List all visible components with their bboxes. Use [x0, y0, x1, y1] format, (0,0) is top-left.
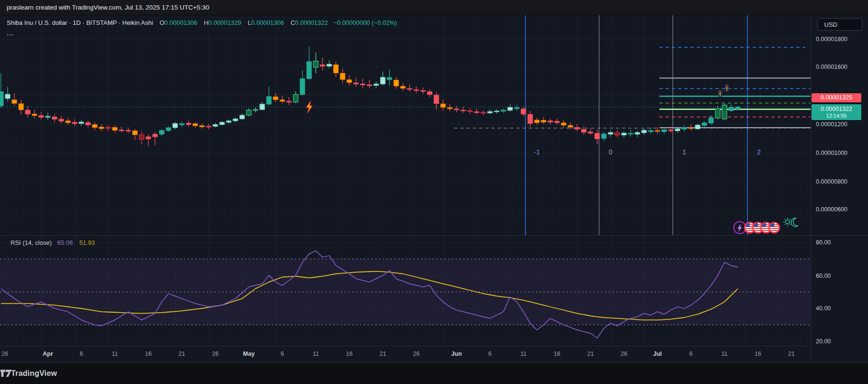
chart-plot-area[interactable]: Shiba Inu / U.S. dollar · 1D · BITSTAMP … [0, 15, 811, 346]
axis-price-label: 60.00 [816, 273, 831, 279]
last-price-badge: 0.00001322 12:14:55 [812, 104, 861, 120]
rsi-legend[interactable]: RSI (14, close) 65.06 51.93 [11, 239, 95, 246]
indicators-collapsed-menu[interactable]: ... [7, 29, 14, 37]
close-value: 0.00001322 [295, 19, 328, 26]
symbol-legend[interactable]: Shiba Inu / U.S. dollar · 1D · BITSTAMP … [7, 19, 397, 26]
attribution-bar: praslearn created with TradingView.com, … [0, 0, 868, 15]
time-axis-label: Jun [451, 351, 462, 357]
pattern-vertical-lines [525, 15, 747, 235]
time-axis-label: 21 [178, 351, 185, 357]
open-label: O [159, 19, 164, 26]
last-price-value: 0.00001322 [812, 105, 861, 113]
axis-price-label: 0.00001200 [816, 121, 847, 128]
rsi-band [0, 259, 811, 325]
axis-price-label: 0.00000800 [816, 178, 847, 185]
rsi-pane [0, 235, 811, 346]
low-value: 0.00001306 [251, 19, 284, 26]
time-axis-label: Jul [653, 351, 662, 357]
us-flag-icon [769, 222, 779, 233]
time-axis-label: 11 [722, 351, 728, 357]
time-axis-label: 11 [521, 351, 527, 357]
axis-price-label: 0.00001000 [816, 150, 847, 156]
tradingview-published-chart: { "header": {"attribution": "praslearn c… [0, 0, 868, 384]
rsi-ma-value: 51.93 [79, 239, 95, 246]
pattern-label: 2 [757, 148, 761, 156]
alert-price-badge: 0.00001325 [812, 93, 861, 102]
time-axis-label: 16 [346, 351, 353, 357]
tradingview-logo-icon[interactable] [0, 369, 12, 378]
currency-toggle-button[interactable]: USD [817, 18, 862, 31]
pattern-label: 0 [609, 148, 612, 156]
sun-moon-icon [783, 218, 798, 227]
high-value: 0.00001329 [208, 19, 241, 26]
time-axis-label: 26 [413, 351, 420, 357]
time-axis-label: 16 [145, 351, 152, 357]
pattern-label: -1 [534, 148, 540, 156]
tradingview-brand-text[interactable]: TradingView [11, 369, 57, 378]
time-axis-label: 26 [1, 351, 8, 357]
pane-separator[interactable] [0, 235, 868, 236]
rsi-value: 65.06 [57, 239, 73, 246]
time-axis-label: 6 [281, 351, 284, 357]
heikin-ashi-candles[interactable] [0, 47, 740, 146]
low-label: L [248, 19, 251, 26]
time-axis-label: 21 [788, 351, 795, 357]
time-axis-label: 11 [313, 351, 319, 357]
axis-price-label: 0.00001600 [816, 64, 847, 70]
time-axis-label: 16 [554, 351, 560, 357]
footer-bar: TradingView [0, 362, 868, 384]
time-axis-label: May [243, 351, 255, 357]
time-axis-label: 21 [587, 351, 594, 357]
axis-price-label: 20.00 [816, 338, 831, 345]
time-axis-label: 21 [379, 351, 386, 357]
traffic-light-icon [725, 85, 729, 91]
price-pane [0, 15, 811, 235]
axis-price-label: 40.00 [816, 305, 831, 312]
time-axis-label: 6 [690, 351, 693, 357]
time-axis-label: 6 [489, 351, 492, 357]
close-label: C [290, 19, 295, 26]
attribution-text: praslearn created with TradingView.com, … [7, 4, 209, 11]
time-axis-label: 11 [112, 351, 118, 357]
time-axis-label: 26 [212, 351, 219, 357]
time-axis-label: 16 [755, 351, 761, 357]
axis-price-label: 0.00001800 [816, 36, 847, 43]
open-value: 0.00001306 [165, 19, 198, 26]
high-label: H [204, 19, 208, 26]
time-axis-label: Apr [43, 351, 53, 357]
drawn-horizontal-lines[interactable] [454, 47, 811, 128]
price-axis[interactable]: USD 0.000018000.000016000.000012000.0000… [811, 15, 868, 362]
rsi-title[interactable]: RSI (14, close) [11, 239, 52, 246]
traffic-light-icon [718, 90, 722, 97]
time-axis-label: 6 [80, 351, 83, 357]
axis-price-label: 0.00000600 [816, 206, 847, 213]
bar-countdown: 12:14:55 [812, 113, 861, 119]
pattern-label: 1 [682, 148, 686, 156]
time-axis[interactable]: 26Apr611162126May611162126Jun611162126Ju… [0, 346, 811, 362]
change-value: −0.00000000 (−0.02%) [334, 19, 397, 26]
grid-lines [0, 15, 811, 235]
time-axis-label: 26 [621, 351, 627, 357]
axis-price-label: 80.00 [816, 239, 831, 246]
symbol-title[interactable]: Shiba Inu / U.S. dollar · 1D · BITSTAMP … [7, 19, 153, 26]
status-icons[interactable] [734, 218, 799, 234]
